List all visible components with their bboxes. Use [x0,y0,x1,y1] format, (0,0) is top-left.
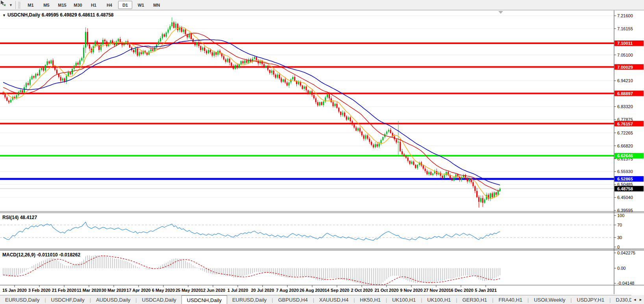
toolbar-separator [15,1,16,9]
svg-text:20 Jul 2020: 20 Jul 2020 [251,288,274,293]
chart-tab-usdjpy-h1[interactable]: USDJPY,H1 [572,295,609,304]
svg-text:6.62646: 6.62646 [617,153,633,158]
scroll-tabs-right-icon[interactable]: ► [639,298,642,302]
chart-tabs-bar: EURUSD,Daily|USDCHF,Daily|AUDUSD,Daily|U… [0,295,644,304]
chart-tab-uk100-h1[interactable]: UK100,H1 [422,295,456,304]
chart-area: 7.216007.161557.051006.942106.833206.778… [0,0,644,295]
chart-tab-usdchf-daily[interactable]: USDCHF,Daily [46,295,90,304]
svg-text:7.00029: 7.00029 [617,65,633,70]
timeframe-button-w1[interactable]: W1 [134,1,148,9]
chart-tab-ger30-h1[interactable]: GER30,H1 [457,295,492,304]
svg-text:16 Dec 2020: 16 Dec 2020 [449,288,474,293]
timeframe-toolbar: ▼ M1M5M15M30H1H4D1W1MN [0,0,644,10]
macd-indicator-label: MACD(12,26,9) -0.011010 -0.018262 [2,252,80,258]
svg-text:6.72265: 6.72265 [617,131,633,135]
svg-text:27 Nov 2020: 27 Nov 2020 [424,288,449,293]
svg-text:6.88897: 6.88897 [617,91,633,96]
chart-tab-fra40-h1[interactable]: FRA40,H1 [493,295,527,304]
svg-text:7.21600: 7.21600 [617,13,633,18]
chart-tab-usdcnh-daily[interactable]: USDCNH,Daily [181,295,227,304]
svg-text:15 Jan 2020: 15 Jan 2020 [2,288,27,293]
timeframe-button-h1[interactable]: H1 [87,1,101,9]
svg-text:7.05100: 7.05100 [617,53,633,57]
chart-tab-usoil-weekly[interactable]: USOil,Weekly [529,295,570,304]
chart-tab-eurusd-daily[interactable]: EURUSD,Daily [0,295,44,304]
chart-canvas[interactable]: 7.216007.161557.051006.942106.833206.778… [0,0,644,295]
svg-text:3 Feb 2020: 3 Feb 2020 [28,288,50,293]
collapse-icon[interactable]: ▼ [2,13,6,17]
chart-title: ▼USDCNH,Daily 6.49595 6.49829 6.48611 6.… [2,12,113,18]
svg-text:21 Oct 2020: 21 Oct 2020 [374,288,398,293]
svg-text:5 Jan 2021: 5 Jan 2021 [475,288,497,293]
svg-text:25 May 2020: 25 May 2020 [176,288,201,293]
svg-text:100: 100 [617,213,624,218]
svg-text:1 Jul 2020: 1 Jul 2020 [228,288,248,293]
chart-tab-usdcad-daily[interactable]: USDCAD,Daily [137,295,181,304]
chart-tab-uk100-h1[interactable]: UK100,H1 [387,295,421,304]
svg-text:0: 0 [617,245,620,249]
trading-terminal-window: 7.216007.161557.051006.942106.833206.778… [0,0,644,304]
svg-text:7 Aug 2020: 7 Aug 2020 [276,288,299,293]
chart-tab-eurusd-daily[interactable]: EURUSD,Daily [227,295,272,304]
chart-ohlc-values: 6.49595 6.49829 6.48611 6.48758 [42,12,114,18]
svg-text:2 Oct 2020: 2 Oct 2020 [351,288,372,293]
svg-text:7.10011: 7.10011 [617,41,633,46]
svg-text:6.76157: 6.76157 [617,122,633,126]
timeframe-button-m5[interactable]: M5 [39,1,54,9]
svg-text:6.83320: 6.83320 [617,104,633,109]
timeframe-button-m15[interactable]: M15 [55,1,69,9]
tab-scroll-arrows: ◄ ► [631,295,644,304]
svg-text:0.00: 0.00 [617,266,625,271]
chart-tab-xauusd-h4[interactable]: XAUUSD,H4 [314,295,353,304]
svg-text:30 Mar 2020: 30 Mar 2020 [102,288,126,293]
timeframe-button-mn[interactable]: MN [150,1,164,9]
svg-text:6.39595: 6.39595 [617,208,633,213]
rsi-indicator-label: RSI(14) 48.4127 [2,215,37,220]
svg-text:6.48758: 6.48758 [617,186,633,191]
chart-tab-audusd-daily[interactable]: AUDUSD,Daily [91,295,135,304]
svg-text:30: 30 [617,235,622,240]
svg-text:9 Nov 2020: 9 Nov 2020 [400,288,422,293]
chevron-down-icon[interactable]: ▼ [9,3,13,7]
timeframe-button-d1[interactable]: D1 [118,1,132,9]
chart-symbol-label: USDCNH,Daily [7,12,40,18]
svg-text:26 Aug 2020: 26 Aug 2020 [300,288,325,293]
svg-text:6.94210: 6.94210 [617,78,633,83]
svg-text:6.55930: 6.55930 [617,169,633,174]
svg-text:21 Feb 2020: 21 Feb 2020 [52,288,76,293]
scroll-tabs-left-icon[interactable]: ◄ [633,298,637,302]
svg-text:11 Mar 2020: 11 Mar 2020 [77,288,101,293]
svg-text:14 Sep 2020: 14 Sep 2020 [325,288,350,293]
chart-tab-gbpusd-h4[interactable]: GBPUSD,H4 [273,295,313,304]
svg-text:6.52865: 6.52865 [617,177,633,181]
svg-text:12 Jun 2020: 12 Jun 2020 [201,288,225,293]
timeframe-button-m30[interactable]: M30 [71,1,85,9]
svg-text:6 May 2020: 6 May 2020 [152,288,175,293]
timeframe-button-h4[interactable]: H4 [102,1,117,9]
svg-text:6.66820: 6.66820 [617,144,633,148]
svg-text:70: 70 [617,223,622,227]
svg-text:6.45040: 6.45040 [617,195,633,200]
svg-text:-0.04148: -0.04148 [617,281,634,286]
svg-text:0.042275: 0.042275 [617,251,635,255]
svg-text:7.16155: 7.16155 [617,26,633,31]
toolbar-grip[interactable] [18,2,20,9]
chart-tab-hk50-h1[interactable]: HK50,H1 [355,295,386,304]
timeframe-button-m1[interactable]: M1 [24,1,38,9]
svg-text:17 Apr 2020: 17 Apr 2020 [126,288,150,293]
cursor-tool-icon[interactable] [1,1,9,9]
